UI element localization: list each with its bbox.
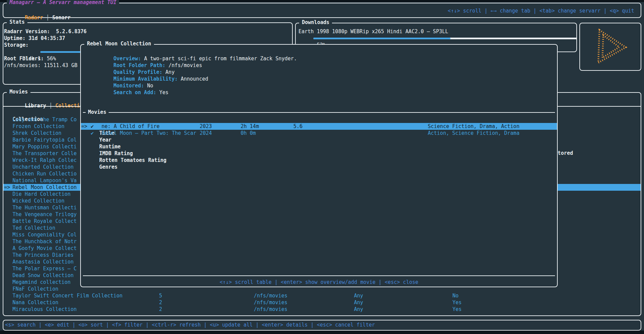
storage-label: Storage: <box>4 42 28 48</box>
collection-name: Chicken Run Collectio <box>13 170 77 177</box>
collection-name: Wreck-It Ralph Collec <box>13 157 77 164</box>
tab-sonarr[interactable]: Sonarr <box>52 15 70 21</box>
modal-keybindings-help: <↑↓> scroll table | <enter> show overvie… <box>81 279 557 286</box>
collection-field: Root Folder Path: /nfs/movies <box>83 55 297 62</box>
collection-quality-profile: Any <box>354 292 363 299</box>
monitored-check-icon: ✔ <box>91 130 94 137</box>
collection-fields: Overview: A two-part sci-fi epic from fi… <box>83 48 297 89</box>
collection-name: Uncharted Collection <box>13 164 74 170</box>
collection-row[interactable]: Nana Collection 2 /nfs/movies Any Yes <box>3 299 641 306</box>
modal-movies-list: => ✔ ne: A Child of Fire 2023 2h 14m 5.6… <box>81 123 557 137</box>
collection-name: National Lampoon's Va <box>13 177 77 184</box>
collection-name: The Huntsman Collecti <box>13 204 77 211</box>
movie-genres: Action, Science Fiction, Drama <box>428 130 519 137</box>
movie-runtime: 2h 14m <box>241 123 259 130</box>
collection-quality-profile: Any <box>354 299 363 306</box>
tab-radarr[interactable]: Radarr <box>25 15 43 21</box>
collection-name: The Polar Express – C <box>13 265 77 272</box>
collection-field: Minimum Availability: Announced <box>83 69 297 76</box>
modal-title: Rebel Moon Collection <box>84 41 154 47</box>
collection-name: Dead Snow Collection <box>13 272 74 279</box>
disk-gauge-row: Disk 1: 56% <box>4 48 56 55</box>
collection-name: Miraculous Collection <box>13 306 77 313</box>
collection-name: Anastasia Collection <box>13 258 74 265</box>
collection-field: Quality Profile: Any <box>83 62 297 69</box>
collection-root-folder: /nfs/movies <box>254 292 287 299</box>
collection-name: The Princess Diaries <box>13 252 74 258</box>
collection-name: Wicked Collection <box>13 197 65 204</box>
modal-movies-table-header: ✔ Title Year Runtime IMDB Rating Rotten … <box>81 116 557 123</box>
movies-panel-title: Movies <box>7 89 30 95</box>
collection-name: The Transporter Colle <box>13 150 77 157</box>
collection-root-folder: /nfs/movies <box>254 306 287 313</box>
collection-name: A Goofy Movie Collect <box>13 245 77 252</box>
collection-name: Ted Collection <box>13 225 55 231</box>
movie-imdb-rating: 5.6 <box>293 123 303 130</box>
stats-panel-title: Stats <box>7 19 27 25</box>
field-label: Search on Add: <box>113 89 156 96</box>
header-runtime: Runtime <box>99 144 120 150</box>
collection-name: Megamind collection <box>13 279 71 286</box>
app-title: Managarr – A Servarr management TUI <box>7 0 119 5</box>
collection-name: Nana Collection <box>13 299 58 306</box>
collection-name: Rebel Moon Collection <box>13 184 77 191</box>
header-rotten-tomatoes-rating: Rotten Tomatoes Rating <box>99 157 166 163</box>
download-progress-bar <box>313 38 577 39</box>
table-keybindings-help: <s> search | <e> edit | <o> sort | <f> f… <box>5 321 375 328</box>
collection-field: Overview: A two-part sci-fi epic from fi… <box>83 48 297 55</box>
collection-name: Die Hard Collection <box>13 191 71 197</box>
radarr-version: Radarr Version: 5.2.6.8376 <box>4 28 87 35</box>
collection-row[interactable]: Miraculous Collection 2 /nfs/movies Any … <box>3 306 641 313</box>
top-bar-panel: Managarr – A Servarr management TUI Rada… <box>3 3 641 18</box>
selection-arrow: => <box>81 123 87 130</box>
root-folders-label: Root Folders: <box>4 55 44 62</box>
download-progress-row: 52% <box>298 35 326 42</box>
collection-name: Mary Poppins Collecti <box>13 143 77 150</box>
collection-root-folder: /nfs/movies <box>254 299 287 306</box>
collection-name: FNaF Collection <box>13 286 58 292</box>
logo-panel <box>579 23 641 71</box>
downloads-panel-title: Downloads <box>299 19 332 25</box>
collection-name: Frozen Collection <box>13 123 65 130</box>
collection-name: Battle Royale Collect <box>13 218 77 225</box>
movie-title: Rebel Moon – Part Two: The Scar <box>102 130 196 137</box>
header-imdb-rating: IMDB Rating <box>99 150 133 156</box>
managarr-tui-screen: Managarr – A Servarr management TUI Rada… <box>0 0 644 334</box>
collection-name: Lady and the Tramp Co <box>13 116 77 123</box>
tab-library[interactable]: Library <box>25 103 46 109</box>
field-value: Yes <box>159 89 169 96</box>
collection-quality-profile: Any <box>354 306 363 313</box>
collection-name: Shrek Collection <box>13 130 62 137</box>
movies-table-top-border <box>83 112 555 113</box>
uptime: Uptime: 31d 04:35:37 <box>4 35 65 42</box>
managarr-play-logo-icon <box>589 27 632 66</box>
movie-year: 2024 <box>200 130 212 137</box>
modal-movies-table-title: Movies <box>86 109 109 116</box>
collection-name: The Vengeance Trilogy <box>13 211 77 218</box>
header-genres: Genres <box>99 164 117 170</box>
movie-genres: Science Fiction, Drama, Action <box>428 123 519 130</box>
movie-title: ne: A Child of Fire <box>102 123 160 130</box>
movie-year: 2023 <box>200 123 212 130</box>
servarr-tabs: Radarr │ Sonarr <box>6 7 71 14</box>
global-keybindings-help: <↑↓> scroll | ←→ change tab | <tab> chan… <box>448 7 634 14</box>
root-folder-size: /nfs/movies: 11511.43 GB <box>4 62 77 69</box>
download-item-name: Earth 1998 1080p WEBRip x265 Hindi AAC2.… <box>298 28 448 35</box>
movie-row[interactable]: => ✔ ne: A Child of Fire 2023 2h 14m 5.6… <box>81 123 557 130</box>
help-bar-panel: <s> search | <e> edit | <o> sort | <f> f… <box>3 320 641 331</box>
movie-row[interactable]: ✔ Rebel Moon – Part Two: The Scar 2024 0… <box>81 130 557 137</box>
collection-movie-count: 5 <box>159 292 162 299</box>
movie-runtime: 0h 0m <box>241 130 256 137</box>
collection-field: Search on Add: Yes <box>83 82 297 89</box>
collection-details-modal: Rebel Moon Collection Overview: A two-pa… <box>80 44 558 287</box>
monitored-check-icon: ✔ <box>91 123 94 130</box>
header-year: Year <box>99 137 111 143</box>
movies-table-bottom-border <box>83 275 555 276</box>
collection-movie-count: 2 <box>159 306 162 313</box>
collection-name: Taylor Swift Concert Film Collection <box>13 292 123 299</box>
collection-field: Monitored: No <box>83 76 297 82</box>
collection-search-on-add: No <box>452 292 459 299</box>
collection-row[interactable]: Taylor Swift Concert Film Collection 5 /… <box>3 292 641 299</box>
selection-arrow: => <box>4 184 10 191</box>
collection-name: The Hunchback of Notr <box>13 238 77 245</box>
